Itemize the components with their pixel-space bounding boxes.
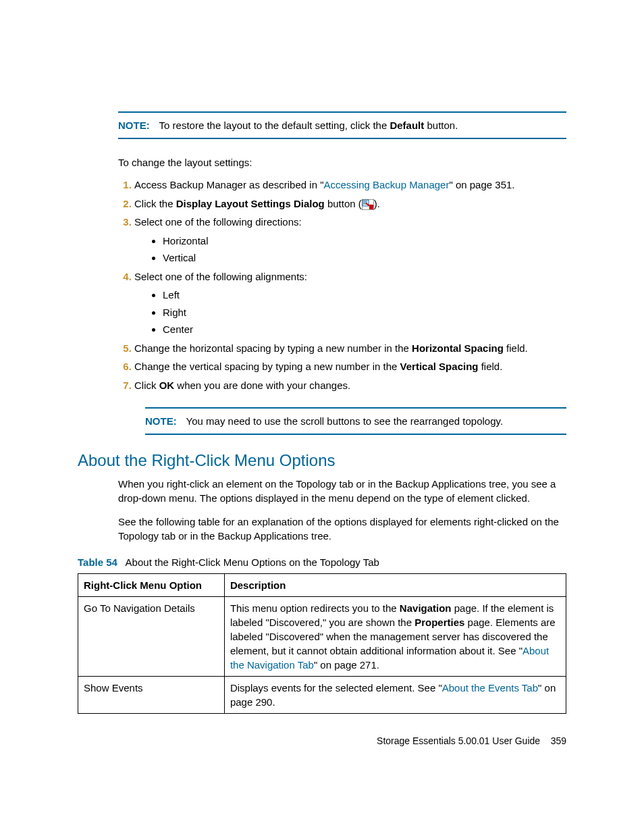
bullet-item: Horizontal: [163, 232, 566, 250]
step-bold: Display Layout Settings Dialog: [176, 198, 325, 209]
note-label: NOTE:: [145, 415, 177, 427]
section-heading: About the Right-Click Menu Options: [78, 451, 566, 470]
step-4: Select one of the following alignments: …: [134, 268, 566, 338]
bullet-list: Horizontal Vertical: [151, 232, 566, 267]
step-bold: Vertical Spacing: [400, 361, 479, 372]
note-text: To restore the layout to the default set…: [159, 120, 390, 131]
table-header-description: Description: [224, 574, 566, 597]
bullet-item: Vertical: [163, 249, 566, 267]
table-caption: Table 54 About the Right-Click Menu Opti…: [78, 555, 566, 569]
note-box-1: NOTE: To restore the layout to the defau…: [118, 111, 566, 139]
step-text: Access Backup Manager as described in ": [134, 179, 323, 190]
step-text: when you are done with your changes.: [174, 380, 350, 391]
step-text: field.: [504, 342, 528, 354]
step-text: field.: [478, 361, 502, 372]
note-bold: Default: [390, 120, 424, 131]
note-box-2: NOTE: You may need to use the scroll but…: [145, 407, 566, 435]
step-1: Access Backup Manager as described in "A…: [134, 176, 566, 194]
intro-text: To change the layout settings:: [118, 155, 566, 170]
desc-text: This menu option redirects you to the: [230, 602, 400, 614]
table-row: Show Events Displays events for the sele…: [78, 677, 566, 714]
page-number: 359: [551, 735, 566, 746]
note-text: You may need to use the scroll buttons t…: [186, 415, 503, 427]
step-bold: OK: [159, 380, 175, 391]
display-layout-settings-dialog-icon: [362, 199, 374, 210]
bullet-item: Center: [163, 321, 566, 338]
table-row: Go To Navigation Details This menu optio…: [78, 597, 566, 677]
step-bold: Horizontal Spacing: [412, 342, 504, 354]
step-text: Click: [134, 380, 159, 391]
step-text: ).: [374, 198, 380, 209]
svg-rect-5: [369, 205, 373, 209]
table-header-option: Right-Click Menu Option: [78, 574, 225, 597]
bullet-item: Right: [163, 304, 566, 321]
step-text: Change the vertical spacing by typing a …: [134, 361, 400, 372]
step-3: Select one of the following directions: …: [134, 213, 566, 267]
document-page: NOTE: To restore the layout to the defau…: [0, 0, 644, 834]
desc-bold: Navigation: [400, 602, 452, 614]
table-cell-description: Displays events for the selected element…: [224, 677, 566, 714]
step-text: " on page 351.: [449, 179, 514, 190]
table-cell-option: Show Events: [78, 677, 225, 714]
link-about-events-tab[interactable]: About the Events Tab: [442, 682, 538, 694]
table-caption-text: About the Right-Click Menu Options on th…: [126, 556, 379, 568]
step-2: Click the Display Layout Settings Dialog…: [134, 195, 566, 213]
steps-list: Access Backup Manager as described in "A…: [118, 176, 566, 394]
step-5: Change the horizontal spacing by typing …: [134, 340, 566, 357]
table-cell-description: This menu option redirects you to the Na…: [224, 597, 566, 677]
bullet-list: Left Right Center: [151, 286, 566, 338]
body-paragraph: See the following table for an explanati…: [118, 515, 566, 543]
table-caption-label: Table 54: [78, 556, 117, 568]
desc-text: " on page 271.: [314, 659, 379, 671]
note-text: button.: [424, 120, 458, 131]
bullet-item: Left: [163, 286, 566, 304]
step-text: button (: [325, 198, 362, 209]
options-table: Right-Click Menu Option Description Go T…: [78, 573, 566, 714]
step-text: Click the: [134, 198, 176, 209]
page-footer: Storage Essentials 5.00.01 User Guide 35…: [377, 735, 566, 746]
step-text: Select one of the following alignments:: [134, 271, 307, 282]
link-accessing-backup-manager[interactable]: Accessing Backup Manager: [323, 179, 449, 190]
note-label: NOTE:: [118, 120, 150, 131]
desc-text: Displays events for the selected element…: [230, 682, 442, 694]
table-cell-option: Go To Navigation Details: [78, 597, 225, 677]
body-paragraph: When you right-click an element on the T…: [118, 477, 566, 505]
step-text: Select one of the following directions:: [134, 216, 302, 228]
table-header-row: Right-Click Menu Option Description: [78, 574, 566, 597]
footer-text: Storage Essentials 5.00.01 User Guide: [377, 735, 540, 746]
step-6: Change the vertical spacing by typing a …: [134, 358, 566, 375]
step-text: Change the horizontal spacing by typing …: [134, 342, 412, 354]
step-7: Click OK when you are done with your cha…: [134, 377, 566, 394]
desc-bold: Properties: [414, 617, 464, 628]
